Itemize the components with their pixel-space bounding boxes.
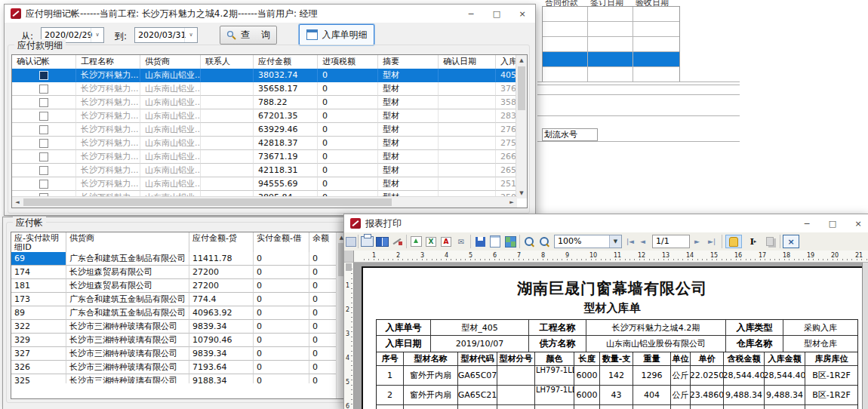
checkbox-cell[interactable] bbox=[12, 123, 76, 137]
table-row[interactable]: 长沙万科魅力...山东南山铝业...73671.190型材266 bbox=[12, 150, 517, 164]
maximize-button[interactable]: □ bbox=[820, 214, 845, 232]
table-row[interactable]: 327长沙市三湘特种玻璃有限公司9839.3400 bbox=[11, 347, 338, 361]
minimize-button[interactable]: ─ bbox=[794, 214, 820, 232]
id-cell[interactable]: 325 bbox=[11, 374, 66, 383]
print-icon[interactable] bbox=[360, 235, 374, 248]
export-html-icon[interactable] bbox=[503, 235, 517, 248]
scrollbar-thumb[interactable] bbox=[23, 198, 392, 206]
table-row[interactable] bbox=[543, 67, 679, 81]
email-icon[interactable]: ✉ bbox=[454, 235, 468, 248]
table-row[interactable] bbox=[543, 37, 679, 52]
checkbox-cell[interactable] bbox=[12, 164, 76, 177]
column-header[interactable]: 供货商 bbox=[66, 232, 189, 252]
preview-scrollbar[interactable] bbox=[862, 263, 868, 409]
table-row[interactable]: 长沙万科魅力...山东南山铝业...42118.310型材265 bbox=[12, 164, 517, 177]
checkbox-cell[interactable] bbox=[12, 150, 76, 164]
save-icon[interactable] bbox=[473, 235, 487, 248]
zoom-level-combobox[interactable]: 100% ▼ bbox=[554, 235, 622, 248]
confirm-checkbox[interactable] bbox=[39, 98, 48, 107]
export-icon[interactable] bbox=[409, 235, 423, 248]
horizontal-scrollbar[interactable]: ◄ ► bbox=[12, 196, 517, 208]
text-select-tool-icon[interactable]: I▸ bbox=[745, 235, 762, 248]
id-cell[interactable]: 327 bbox=[11, 347, 66, 361]
id-cell[interactable]: 326 bbox=[11, 361, 66, 374]
book-icon[interactable] bbox=[375, 235, 389, 248]
chevron-down-icon[interactable]: ▼ bbox=[609, 235, 621, 248]
checkbox-cell[interactable] bbox=[12, 82, 76, 96]
scroll-down-icon[interactable]: ▼ bbox=[516, 188, 527, 198]
column-header[interactable]: 确认日期 bbox=[439, 55, 496, 69]
minimize-button[interactable]: ─ bbox=[458, 5, 484, 23]
table-row[interactable]: 长沙万科魅力...山东南山铝业...63929.460型材276 bbox=[12, 123, 517, 137]
table-row[interactable]: 69广东合和建筑五金制品有限公司11411.7800 bbox=[11, 252, 338, 266]
prev-page-button[interactable]: ◄ bbox=[640, 237, 645, 246]
table-row[interactable]: 长沙万科魅力...山东南山铝业...67201.350型材283 bbox=[12, 109, 517, 123]
print-preview-area[interactable]: 湖南巨晟门窗幕墙有限公司 型材入库单 入库单号型材_405工程名称长沙万科魅力之… bbox=[354, 263, 868, 409]
document-icon[interactable] bbox=[488, 235, 502, 248]
w1-titlebar[interactable]: 应付明细记帐------当前工程: 长沙万科魅力之城4.2期------当前用户… bbox=[5, 5, 535, 23]
panel-toggle-icon[interactable] bbox=[344, 235, 358, 248]
column-header[interactable]: 应付金额-贷 bbox=[189, 232, 254, 252]
checkbox-cell[interactable] bbox=[12, 96, 76, 109]
maximize-button[interactable]: □ bbox=[484, 5, 509, 23]
column-header[interactable]: 余额 bbox=[309, 232, 338, 252]
checkbox-cell[interactable] bbox=[12, 137, 76, 150]
first-page-button[interactable]: |◄ bbox=[626, 237, 634, 246]
table-row[interactable]: 174长沙坦森贸易有限公司2720000 bbox=[11, 266, 338, 279]
column-header[interactable]: 进项税额 bbox=[318, 55, 378, 69]
export-pdf-icon[interactable]: A bbox=[439, 235, 453, 248]
column-header[interactable]: 验收日期 bbox=[633, 0, 678, 6]
w3-titlebar[interactable]: 报表打印 ─ □ × bbox=[344, 214, 868, 233]
chevron-down-icon[interactable]: ∨ bbox=[184, 28, 197, 42]
id-cell[interactable]: 69 bbox=[11, 252, 66, 266]
query-button[interactable]: 查 询 bbox=[220, 26, 277, 45]
table-row[interactable]: 326长沙市三湘特种玻璃有限公司7193.6400 bbox=[11, 361, 338, 374]
id-cell[interactable]: 174 bbox=[11, 266, 66, 279]
table-row[interactable] bbox=[543, 22, 679, 37]
id-cell[interactable]: 329 bbox=[11, 334, 66, 347]
column-header[interactable]: 应付金额 bbox=[254, 55, 318, 69]
zoom-out-icon[interactable] bbox=[537, 235, 551, 248]
table-row[interactable]: 329长沙市三湘特种玻璃有限公司10790.4600 bbox=[11, 334, 338, 347]
column-header[interactable]: 签订日期 bbox=[587, 0, 633, 6]
id-cell[interactable]: 89 bbox=[11, 306, 66, 320]
table-row[interactable]: 长沙万科魅力...山东南山铝业...38032.740型材405 bbox=[12, 69, 517, 82]
checkbox-cell[interactable] bbox=[12, 177, 76, 191]
confirm-checkbox[interactable] bbox=[39, 112, 48, 121]
confirm-checkbox[interactable] bbox=[39, 125, 48, 134]
confirm-checkbox[interactable] bbox=[39, 166, 48, 175]
scroll-left-icon[interactable]: ◄ bbox=[12, 197, 23, 208]
confirm-checkbox[interactable] bbox=[39, 180, 48, 189]
column-header[interactable]: 确认记帐 bbox=[12, 55, 76, 69]
close-preview-icon[interactable]: × bbox=[783, 235, 799, 248]
inbound-detail-button[interactable]: 入库单明细 bbox=[299, 24, 374, 45]
id-cell[interactable]: 322 bbox=[11, 320, 66, 334]
page-setup-icon[interactable] bbox=[390, 235, 404, 248]
column-header[interactable]: 联系人 bbox=[201, 55, 254, 69]
page-number-input[interactable]: 1/1 bbox=[652, 235, 690, 248]
to-date-combobox[interactable]: 2020/03/31 ∨ bbox=[134, 27, 198, 43]
column-header[interactable]: 供货商 bbox=[140, 55, 201, 69]
zoom-in-icon[interactable] bbox=[522, 235, 536, 248]
table-row[interactable]: 长沙万科魅力...山东南山铝业...788.220型材358 bbox=[12, 96, 517, 109]
column-header[interactable]: 摘要 bbox=[378, 55, 439, 69]
next-page-button[interactable]: ► bbox=[694, 237, 700, 246]
table-row[interactable]: 181长沙坦森贸易有限公司2720000 bbox=[11, 279, 338, 293]
chevron-down-icon[interactable]: ∨ bbox=[91, 28, 103, 42]
scroll-right-icon[interactable]: ► bbox=[506, 197, 517, 208]
table-row[interactable] bbox=[543, 7, 679, 22]
scrollbar-thumb[interactable] bbox=[518, 66, 525, 110]
confirm-checkbox[interactable] bbox=[39, 139, 48, 148]
last-page-button[interactable]: ►| bbox=[708, 237, 716, 246]
scroll-up-icon[interactable]: ▲ bbox=[516, 55, 527, 66]
id-cell[interactable]: 173 bbox=[11, 293, 66, 306]
confirm-checkbox[interactable] bbox=[39, 71, 48, 80]
table-row[interactable]: 322长沙市三湘特种玻璃有限公司9839.3400 bbox=[11, 320, 338, 334]
table-row[interactable]: 长沙万科魅力...山东南山铝业...35658.170型材376 bbox=[12, 82, 517, 96]
copy-tool-icon[interactable] bbox=[762, 235, 778, 248]
column-header[interactable]: 应-实付款明细ID bbox=[11, 232, 66, 252]
close-button[interactable]: × bbox=[845, 214, 868, 232]
checkbox-cell[interactable] bbox=[12, 109, 76, 123]
table-row[interactable]: 325长沙市三湘特种玻璃有限公司9188.3400 bbox=[11, 374, 338, 383]
table-row[interactable]: 长沙万科魅力...山东南山铝业...94555.690型材251 bbox=[12, 177, 517, 191]
